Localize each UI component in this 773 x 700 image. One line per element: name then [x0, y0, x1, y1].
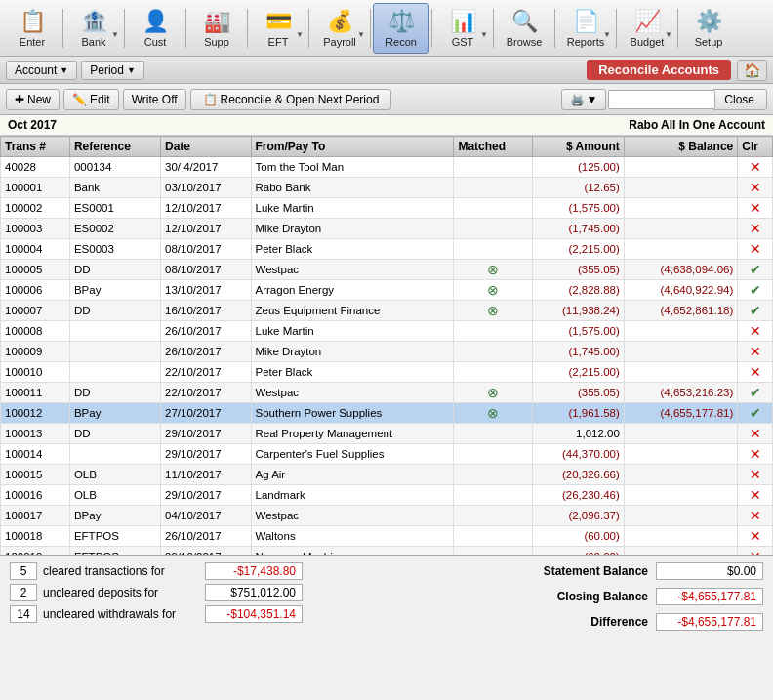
x-icon: ✕	[750, 426, 761, 441]
cell-from-pay-to: Waltons	[251, 526, 454, 547]
table-row[interactable]: 100019EFTPOS29/10/2017Newman Machinery(6…	[1, 547, 773, 556]
reconcile-btn-label: Reconcile & Open Next Period	[221, 93, 380, 106]
table-row[interactable]: 10000826/10/2017Luke Martin(1,575.00)✕	[1, 321, 773, 342]
toolbar-reports-btn[interactable]: 📄 Reports ▼	[557, 3, 614, 54]
recon-icon: ⚖️	[388, 9, 415, 34]
cell-amount: (2,096.37)	[532, 506, 624, 526]
cell-date: 30/ 4/2017	[161, 157, 251, 178]
account-dropdown[interactable]: Account ▼	[6, 61, 77, 80]
table-row[interactable]: 100016OLB29/10/2017Landmark(26,230.46)✕	[1, 485, 773, 506]
table-row[interactable]: 100007DD16/10/2017Zeus Equipment Finance…	[1, 301, 773, 321]
cell-trans: 100008	[1, 321, 70, 342]
cell-from-pay-to: Rabo Bank	[251, 178, 454, 198]
cell-clr: ✔	[738, 383, 773, 403]
table-row[interactable]: 100013DD29/10/2017Real Property Manageme…	[1, 424, 773, 444]
cell-matched: ⊗	[454, 280, 532, 301]
toolbar-budget-btn[interactable]: 📈 Budget ▼	[619, 3, 675, 54]
toolbar-payroll-btn[interactable]: 💰 Payroll ▼	[311, 3, 368, 54]
edit-button[interactable]: ✏️ Edit	[63, 89, 119, 110]
matched-icon: ⊗	[487, 405, 499, 421]
cell-from-pay-to: Westpac	[251, 260, 454, 280]
new-button[interactable]: ✚ New	[6, 89, 60, 110]
toolbar-eft-btn[interactable]: 💳 EFT ▼	[250, 3, 306, 54]
period-input[interactable]	[608, 90, 715, 109]
cell-reference: BPay	[69, 280, 160, 301]
payroll-arrow-icon: ▼	[357, 30, 365, 39]
toolbar-sep-5	[308, 9, 309, 48]
toolbar-setup-btn[interactable]: ⚙️ Setup	[680, 3, 737, 54]
x-icon: ✕	[750, 549, 761, 556]
cell-balance	[624, 239, 737, 260]
close-button[interactable]: Close	[712, 89, 767, 110]
x-icon: ✕	[750, 221, 761, 236]
account-arrow-icon: ▼	[60, 65, 68, 75]
toolbar-sep-9	[554, 9, 555, 48]
home-button[interactable]: 🏠	[737, 60, 767, 81]
toolbar-gst-btn[interactable]: 📊 GST ▼	[434, 3, 491, 54]
print-button[interactable]: 🖨️ ▼	[561, 89, 607, 110]
period-dropdown[interactable]: Period ▼	[81, 61, 144, 80]
navbar-left: Account ▼ Period ▼	[6, 61, 587, 80]
cell-trans: 40028	[1, 157, 70, 178]
table-row[interactable]: 100002ES000112/10/2017Luke Martin(1,575.…	[1, 198, 773, 219]
table-row[interactable]: 100012BPay27/10/2017Southern Power Suppl…	[1, 403, 773, 424]
eft-icon: 💳	[265, 9, 292, 34]
gst-arrow-icon: ▼	[480, 30, 488, 39]
cell-matched	[454, 342, 532, 362]
toolbar-recon-btn[interactable]: ⚖️ Recon	[373, 3, 429, 54]
cell-clr: ✔	[738, 403, 773, 424]
table-row[interactable]: 100001Bank03/10/2017Rabo Bank(12.65)✕	[1, 178, 773, 198]
col-matched: Matched	[454, 137, 532, 157]
cell-matched	[454, 506, 532, 526]
table-row[interactable]: 100015OLB11/10/2017Ag Air(20,326.66)✕	[1, 465, 773, 485]
cell-amount: (1,575.00)	[532, 198, 624, 219]
toolbar-supp-btn[interactable]: 🏭 Supp	[188, 3, 245, 54]
cell-date: 11/10/2017	[161, 465, 251, 485]
cell-from-pay-to: Ag Air	[251, 465, 454, 485]
cell-from-pay-to: Landmark	[251, 485, 454, 506]
cell-reference: DD	[69, 383, 160, 403]
cell-reference: DD	[69, 424, 160, 444]
printer-icon: 🖨️	[570, 93, 585, 106]
table-row[interactable]: 100003ES000212/10/2017Mike Drayton(1,745…	[1, 219, 773, 239]
table-row[interactable]: 100005DD08/10/2017Westpac⊗(355.05)(4,638…	[1, 260, 773, 280]
edit-icon: ✏️	[72, 93, 87, 106]
budget-icon: 📈	[634, 9, 661, 34]
table-row[interactable]: 100006BPay13/10/2017Arragon Energy⊗(2,82…	[1, 280, 773, 301]
toolbar-browse-btn[interactable]: 🔍 Browse	[496, 3, 552, 54]
table-row[interactable]: 10001022/10/2017Peter Black(2,215.00)✕	[1, 362, 773, 383]
cell-reference: ES0001	[69, 198, 160, 219]
toolbar-enter-btn[interactable]: 📋 Enter	[4, 3, 61, 54]
write-off-button[interactable]: Write Off	[123, 89, 186, 110]
cell-amount: (60.00)	[532, 526, 624, 547]
cell-matched	[454, 178, 532, 198]
toolbar-sep-11	[677, 9, 678, 48]
cell-clr: ✔	[738, 280, 773, 301]
cell-from-pay-to: Real Property Management	[251, 424, 454, 444]
cell-amount: (20,326.66)	[532, 465, 624, 485]
x-icon: ✕	[750, 180, 761, 195]
cell-date: 29/10/2017	[161, 444, 251, 465]
table-row[interactable]: 100011DD22/10/2017Westpac⊗(355.05)(4,653…	[1, 383, 773, 403]
toolbar-budget-label: Budget	[631, 36, 665, 48]
cell-balance	[624, 178, 737, 198]
toolbar-cust-btn[interactable]: 👤 Cust	[127, 3, 183, 54]
cell-balance	[624, 444, 737, 465]
matched-icon: ⊗	[487, 303, 499, 318]
cell-amount: (355.05)	[532, 383, 624, 403]
new-plus-icon: ✚	[15, 93, 24, 106]
table-row[interactable]: 10000926/10/2017Mike Drayton(1,745.00)✕	[1, 342, 773, 362]
table-row[interactable]: 100004ES000308/10/2017Peter Black(2,215.…	[1, 239, 773, 260]
cell-trans: 100009	[1, 342, 70, 362]
cell-amount: (2,215.00)	[532, 239, 624, 260]
table-row[interactable]: 100018EFTPOS26/10/2017Waltons(60.00)✕	[1, 526, 773, 547]
table-row[interactable]: 4002800013430/ 4/2017Tom the Tool Man(12…	[1, 157, 773, 178]
cell-amount: (355.05)	[532, 260, 624, 280]
cell-date: 29/10/2017	[161, 547, 251, 556]
toolbar-bank-btn[interactable]: 🏦 Bank ▼	[65, 3, 122, 54]
table-row[interactable]: 100017BPay04/10/2017Westpac(2,096.37)✕	[1, 506, 773, 526]
cell-amount: (44,370.00)	[532, 444, 624, 465]
reconcile-button[interactable]: 📋 Reconcile & Open Next Period	[190, 89, 392, 110]
table-row[interactable]: 10001429/10/2017Carpenter's Fuel Supplie…	[1, 444, 773, 465]
cell-from-pay-to: Peter Black	[251, 362, 454, 383]
